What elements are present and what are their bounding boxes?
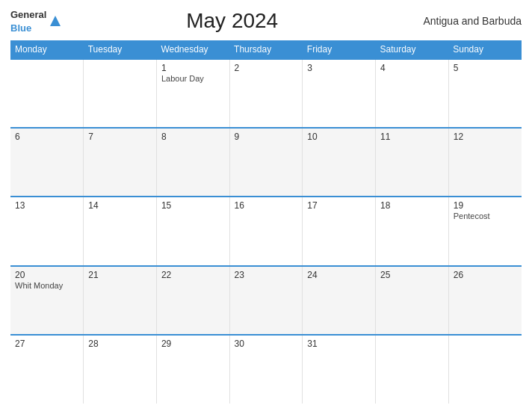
calendar-cell: 4 (376, 59, 449, 128)
calendar-cell: 12 (448, 128, 522, 197)
calendar-week-row: 13141516171819Pentecost (10, 197, 522, 265)
calendar-week-row: 2728293031 (10, 335, 522, 404)
header-thursday: Thursday (229, 40, 303, 59)
day-number: 11 (380, 132, 444, 142)
day-number: 6 (15, 132, 78, 142)
day-number: 17 (307, 200, 371, 211)
day-event: Labour Day (161, 74, 225, 83)
day-number: 13 (15, 200, 78, 211)
logo-blue: Blue (10, 22, 31, 34)
day-number: 29 (161, 339, 225, 349)
header-friday: Friday (303, 40, 376, 59)
day-number: 23 (235, 270, 298, 280)
day-number: 31 (307, 339, 371, 349)
header-sunday: Sunday (448, 40, 522, 59)
calendar-week-row: 6789101112 (10, 128, 522, 197)
day-number: 10 (307, 132, 371, 142)
calendar-cell: 2 (229, 59, 303, 128)
calendar-cell: 18 (376, 197, 449, 265)
calendar-table: Monday Tuesday Wednesday Thursday Friday… (10, 40, 522, 404)
calendar-cell (10, 59, 84, 128)
day-number: 7 (88, 132, 152, 142)
calendar-header: General Blue May 2024 Antigua and Barbud… (10, 7, 522, 34)
calendar-cell (376, 335, 449, 404)
day-number: 20 (15, 270, 78, 280)
logo-general: General (10, 9, 46, 20)
day-number: 8 (161, 132, 225, 142)
calendar-cell: 31 (303, 335, 376, 404)
calendar-cell: 23 (229, 266, 303, 335)
day-number: 30 (235, 339, 298, 349)
calendar-cell: 27 (10, 335, 84, 404)
header-saturday: Saturday (376, 40, 449, 59)
logo-icon (49, 14, 62, 28)
day-number: 22 (161, 270, 225, 280)
calendar-cell: 25 (376, 266, 449, 335)
day-number: 5 (454, 63, 517, 73)
day-number: 12 (454, 132, 517, 142)
day-number: 14 (88, 200, 152, 211)
day-number: 27 (15, 339, 78, 349)
calendar-cell: 15 (156, 197, 229, 265)
country-label: Antigua and Barbuda (402, 15, 522, 27)
day-number: 4 (380, 63, 444, 73)
calendar-week-row: 20Whit Monday212223242526 (10, 266, 522, 335)
calendar-cell: 28 (84, 335, 157, 404)
weekday-header-row: Monday Tuesday Wednesday Thursday Friday… (10, 40, 522, 59)
calendar-cell: 6 (10, 128, 84, 197)
calendar-cell: 22 (156, 266, 229, 335)
calendar-cell: 24 (303, 266, 376, 335)
calendar-cell (84, 59, 157, 128)
calendar-cell: 17 (303, 197, 376, 265)
day-number: 18 (380, 200, 444, 211)
day-number: 19 (454, 200, 517, 211)
day-number: 2 (235, 63, 298, 73)
calendar-cell: 16 (229, 197, 303, 265)
calendar-cell: 1Labour Day (156, 59, 229, 128)
day-event: Whit Monday (15, 281, 78, 290)
day-number: 28 (88, 339, 152, 349)
day-number: 1 (161, 63, 225, 73)
calendar-cell: 9 (229, 128, 303, 197)
calendar-cell: 10 (303, 128, 376, 197)
calendar-cell: 21 (84, 266, 157, 335)
day-number: 9 (235, 132, 298, 142)
day-number: 3 (307, 63, 371, 73)
calendar-cell: 8 (156, 128, 229, 197)
calendar-page: General Blue May 2024 Antigua and Barbud… (0, 0, 532, 411)
calendar-cell: 29 (156, 335, 229, 404)
day-number: 15 (161, 200, 225, 211)
svg-marker-0 (50, 16, 61, 26)
calendar-cell: 14 (84, 197, 157, 265)
day-number: 24 (307, 270, 371, 280)
calendar-cell: 26 (448, 266, 522, 335)
calendar-cell (448, 335, 522, 404)
header-monday: Monday (10, 40, 84, 59)
day-number: 26 (454, 270, 517, 280)
calendar-cell: 13 (10, 197, 84, 265)
calendar-cell: 5 (448, 59, 522, 128)
day-number: 25 (380, 270, 444, 280)
calendar-title: May 2024 (62, 9, 402, 33)
day-event: Pentecost (454, 211, 517, 220)
calendar-cell: 7 (84, 128, 157, 197)
calendar-cell: 30 (229, 335, 303, 404)
calendar-cell: 11 (376, 128, 449, 197)
calendar-cell: 20Whit Monday (10, 266, 84, 335)
calendar-week-row: 1Labour Day2345 (10, 59, 522, 128)
calendar-cell: 19Pentecost (448, 197, 522, 265)
header-tuesday: Tuesday (84, 40, 157, 59)
day-number: 21 (88, 270, 152, 280)
logo: General Blue (10, 7, 62, 34)
day-number: 16 (235, 200, 298, 211)
header-wednesday: Wednesday (156, 40, 229, 59)
calendar-cell: 3 (303, 59, 376, 128)
